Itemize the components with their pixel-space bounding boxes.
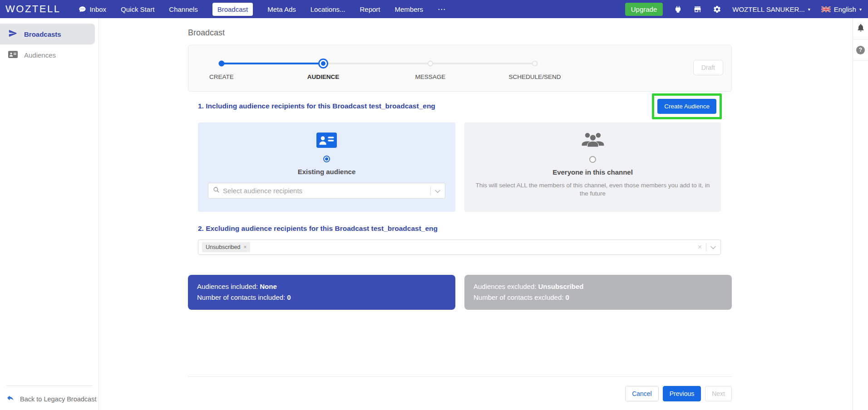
excluded-summary: Audiences excluded:Unsubscribed Number o… [464,275,732,310]
question-icon: ? [856,46,865,54]
exclude-audience-select[interactable]: Unsubscribed × × [198,239,721,255]
help-button[interactable]: ? [853,39,868,61]
chat-icon [79,5,86,13]
nav-item-channels[interactable]: Channels [169,5,197,13]
paper-plane-icon [8,29,18,39]
step-dot-schedule [532,61,538,67]
language-label: English [834,5,856,13]
step-dot-audience [318,59,328,68]
select-placeholder: Select audience recipients [223,187,426,195]
everyone-description: This will select ALL the members of this… [472,181,713,198]
nav-item-label: Members [395,5,424,13]
chevron-down-icon[interactable] [710,243,716,251]
back-to-legacy-link[interactable]: Back to Legacy Broadcast [0,394,99,404]
more-glyph: ⋯ [438,5,446,14]
nav-menu: Inbox Quick Start Channels Broadcast Met… [79,3,446,16]
sidebar: Broadcasts Audiences Back to Legacy Broa… [0,18,99,410]
page-title: Broadcast [188,28,732,38]
audience-recipients-select[interactable]: Select audience recipients [208,183,445,199]
included-count-value: 0 [287,293,291,301]
existing-audience-label: Existing audience [298,168,356,176]
top-nav: WOZTELL Inbox Quick Start Channels Broad… [0,0,868,18]
excluded-summary-label: Audiences excluded: [473,283,536,290]
store-icon[interactable] [693,5,702,14]
bell-icon [856,23,865,34]
clear-icon[interactable]: × [698,243,702,251]
nav-item-label: Meta Ads [267,5,296,13]
existing-audience-card[interactable]: Existing audience Select audience recipi… [198,122,455,212]
create-audience-highlight: Create Audience [652,93,722,119]
included-summary-label: Audiences included: [197,283,258,290]
uk-flag-icon [821,6,831,12]
plug-icon[interactable] [674,5,682,14]
step-label-create: CREATE [209,73,234,80]
chevron-down-icon: ▾ [808,7,810,12]
nav-item-meta-ads[interactable]: Meta Ads [267,5,296,13]
everyone-label: Everyone in this channel [552,168,633,176]
everyone-radio[interactable] [589,156,596,163]
step-dot-create [219,61,225,67]
stepper-segment-todo [430,63,535,64]
app-logo[interactable]: WOZTELL [5,3,60,15]
contact-card-icon [8,51,18,59]
upgrade-button[interactable]: Upgrade [625,3,663,16]
select-divider [706,243,706,251]
people-group-icon [581,132,605,150]
create-audience-button[interactable]: Create Audience [657,99,716,114]
stepper: CREATE AUDIENCE MESSAGE SCHEDULE/SEND Dr… [188,45,732,92]
search-icon [213,186,220,195]
sidebar-item-label: Broadcasts [24,30,61,38]
chevron-down-icon[interactable] [435,187,440,195]
stepper-segment-done [222,63,323,64]
previous-button[interactable]: Previous [663,386,701,401]
nav-item-label: Locations... [311,5,345,13]
included-summary-value: None [260,283,277,290]
excluded-tag-label: Unsubscribed [206,244,240,250]
nav-item-members[interactable]: Members [395,5,424,13]
step-label-message: MESSAGE [415,73,446,80]
nav-right-group: Upgrade WOZTELL SANUKER... ▾ English ▾ [625,3,868,16]
everyone-card[interactable]: Everyone in this channel This will selec… [464,122,721,212]
back-link-label: Back to Legacy Broadcast [20,395,96,403]
draft-status-button: Draft [693,60,723,75]
utility-rail: ? [853,18,868,410]
reply-arrow-icon [6,394,15,404]
cancel-button[interactable]: Cancel [625,386,659,401]
nav-item-report[interactable]: Report [360,5,380,13]
account-label: WOZTELL SANUKER... [732,5,804,13]
remove-tag-icon[interactable]: × [243,244,247,250]
footer-divider [188,376,732,377]
included-summary: Audiences included:None Number of contac… [188,275,455,310]
nav-item-locations[interactable]: Locations... [311,5,345,13]
sidebar-item-audiences[interactable]: Audiences [0,44,95,65]
excluding-heading: 2. Excluding audience recipients for thi… [188,225,732,233]
next-button[interactable]: Next [705,386,732,401]
including-heading: 1. Including audience recipients for thi… [198,102,435,110]
select-divider [430,187,431,195]
excluded-count-value: 0 [565,293,569,301]
nav-item-label: Quick Start [121,5,154,13]
sidebar-item-label: Audiences [24,51,56,59]
chevron-down-icon: ▾ [859,7,862,12]
contact-card-icon [316,132,337,150]
nav-item-label: Inbox [89,5,106,13]
nav-item-broadcast[interactable]: Broadcast [212,3,253,16]
nav-item-inbox[interactable]: Inbox [79,5,106,13]
excluded-summary-value: Unsubscribed [538,283,583,290]
nav-item-label: Channels [169,5,197,13]
notifications-button[interactable] [853,18,868,39]
nav-item-label: Broadcast [217,5,248,13]
gear-icon[interactable] [713,5,721,14]
language-menu[interactable]: English ▾ [821,5,862,13]
step-label-schedule: SCHEDULE/SEND [509,73,561,80]
included-count-label: Number of contacts included: [197,293,285,301]
more-icon[interactable]: ⋯ [438,5,446,14]
excluded-tag: Unsubscribed × [202,242,250,252]
step-label-audience: AUDIENCE [307,73,340,80]
nav-item-quick-start[interactable]: Quick Start [121,5,154,13]
existing-audience-radio[interactable] [323,156,330,162]
stepper-segment-todo [323,63,430,64]
sidebar-divider [6,386,92,386]
account-menu[interactable]: WOZTELL SANUKER... ▾ [732,5,810,13]
sidebar-item-broadcasts[interactable]: Broadcasts [0,24,95,44]
